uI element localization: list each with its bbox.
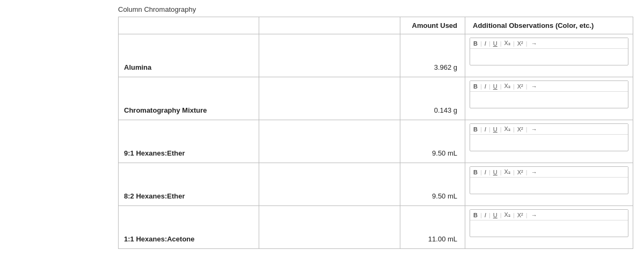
rich-editor[interactable]: B|I|U|X₂|X²|→ [470, 123, 628, 151]
italic-button[interactable]: I [484, 83, 487, 90]
arrow-button[interactable]: → [530, 126, 538, 133]
rich-editor[interactable]: B|I|U|X₂|X²|→ [470, 38, 628, 65]
row-amount: 3.962 g [400, 34, 465, 77]
table-row: 9:1 Hexanes:Ether9.50 mLB|I|U|X₂|X²|→ [119, 120, 633, 163]
header-blank [259, 17, 400, 34]
separator-2: | [488, 126, 491, 133]
separator-3: | [500, 212, 502, 218]
bold-button[interactable]: B [472, 168, 479, 176]
separator-1: | [480, 83, 482, 90]
row-observations[interactable]: B|I|U|X₂|X²|→ [465, 163, 633, 206]
underline-button[interactable]: U [492, 40, 499, 47]
rich-toolbar: B|I|U|X₂|X²|→ [470, 167, 628, 178]
superscript-button[interactable]: X² [516, 83, 524, 90]
row-amount: 0.143 g [400, 77, 465, 120]
arrow-button[interactable]: → [530, 40, 538, 47]
row-observations[interactable]: B|I|U|X₂|X²|→ [465, 120, 633, 163]
rich-toolbar: B|I|U|X₂|X²|→ [470, 210, 628, 220]
superscript-button[interactable]: X² [516, 168, 524, 176]
row-name: Chromatography Mixture [119, 77, 259, 120]
arrow-button[interactable]: → [530, 211, 538, 219]
row-blank [259, 34, 400, 77]
separator-3: | [500, 83, 502, 90]
subscript-button[interactable]: X₂ [503, 211, 511, 219]
arrow-button[interactable]: → [530, 168, 538, 176]
row-observations[interactable]: B|I|U|X₂|X²|→ [465, 77, 633, 120]
section-title: Column Chromatography [118, 5, 633, 13]
separator-5: | [525, 212, 528, 218]
separator-2: | [488, 169, 491, 175]
separator-1: | [480, 126, 482, 133]
superscript-button[interactable]: X² [516, 40, 524, 47]
underline-button[interactable]: U [492, 168, 499, 176]
separator-5: | [525, 40, 528, 47]
rich-content[interactable] [470, 49, 628, 65]
separator-4: | [513, 83, 515, 90]
header-name [119, 17, 259, 34]
subscript-button[interactable]: X₂ [503, 82, 511, 90]
row-name: 9:1 Hexanes:Ether [119, 120, 259, 163]
separator-3: | [500, 169, 502, 175]
table-row: 8:2 Hexanes:Ether9.50 mLB|I|U|X₂|X²|→ [119, 163, 633, 206]
separator-4: | [513, 212, 515, 218]
row-amount: 9.50 mL [400, 163, 465, 206]
underline-button[interactable]: U [492, 83, 499, 90]
rich-toolbar: B|I|U|X₂|X²|→ [470, 38, 628, 49]
italic-button[interactable]: I [484, 126, 487, 133]
chromatography-table: Amount Used Additional Observations (Col… [118, 17, 633, 249]
separator-3: | [500, 126, 502, 133]
rich-editor[interactable]: B|I|U|X₂|X²|→ [470, 209, 628, 237]
page-wrapper: Column Chromatography Amount Used Additi… [0, 0, 644, 254]
italic-button[interactable]: I [484, 211, 487, 219]
rich-content[interactable] [470, 220, 628, 237]
header-observations: Additional Observations (Color, etc.) [465, 17, 633, 34]
underline-button[interactable]: U [492, 126, 499, 133]
row-name: 1:1 Hexanes:Acetone [119, 206, 259, 249]
rich-content[interactable] [470, 135, 628, 151]
row-amount: 9.50 mL [400, 120, 465, 163]
row-blank [259, 120, 400, 163]
separator-4: | [513, 169, 515, 175]
rich-editor[interactable]: B|I|U|X₂|X²|→ [470, 80, 628, 108]
row-blank [259, 206, 400, 249]
italic-button[interactable]: I [484, 40, 487, 47]
rich-editor[interactable]: B|I|U|X₂|X²|→ [470, 166, 628, 194]
rich-toolbar: B|I|U|X₂|X²|→ [470, 124, 628, 135]
row-name: 8:2 Hexanes:Ether [119, 163, 259, 206]
separator-4: | [513, 126, 515, 133]
table-row: Alumina3.962 gB|I|U|X₂|X²|→ [119, 34, 633, 77]
row-blank [259, 163, 400, 206]
table-row: 1:1 Hexanes:Acetone11.00 mLB|I|U|X₂|X²|→ [119, 206, 633, 249]
separator-3: | [500, 40, 502, 47]
bold-button[interactable]: B [472, 126, 479, 133]
row-observations[interactable]: B|I|U|X₂|X²|→ [465, 206, 633, 249]
superscript-button[interactable]: X² [516, 211, 524, 219]
separator-1: | [480, 40, 482, 47]
rich-toolbar: B|I|U|X₂|X²|→ [470, 81, 628, 92]
rich-content[interactable] [470, 92, 628, 108]
italic-button[interactable]: I [484, 168, 487, 176]
subscript-button[interactable]: X₂ [503, 168, 511, 176]
separator-5: | [525, 169, 528, 175]
bold-button[interactable]: B [472, 83, 479, 90]
row-name: Alumina [119, 34, 259, 77]
subscript-button[interactable]: X₂ [503, 39, 511, 47]
rich-content[interactable] [470, 178, 628, 194]
row-observations[interactable]: B|I|U|X₂|X²|→ [465, 34, 633, 77]
separator-2: | [488, 212, 491, 218]
separator-2: | [488, 40, 491, 47]
arrow-button[interactable]: → [530, 83, 538, 90]
separator-2: | [488, 83, 491, 90]
subscript-button[interactable]: X₂ [503, 125, 511, 133]
separator-4: | [513, 40, 515, 47]
separator-1: | [480, 212, 482, 218]
underline-button[interactable]: U [492, 211, 499, 219]
header-amount: Amount Used [400, 17, 465, 34]
superscript-button[interactable]: X² [516, 126, 524, 133]
bold-button[interactable]: B [472, 211, 479, 219]
separator-5: | [525, 126, 528, 133]
separator-1: | [480, 169, 482, 175]
bold-button[interactable]: B [472, 40, 479, 47]
row-blank [259, 77, 400, 120]
table-row: Chromatography Mixture0.143 gB|I|U|X₂|X²… [119, 77, 633, 120]
